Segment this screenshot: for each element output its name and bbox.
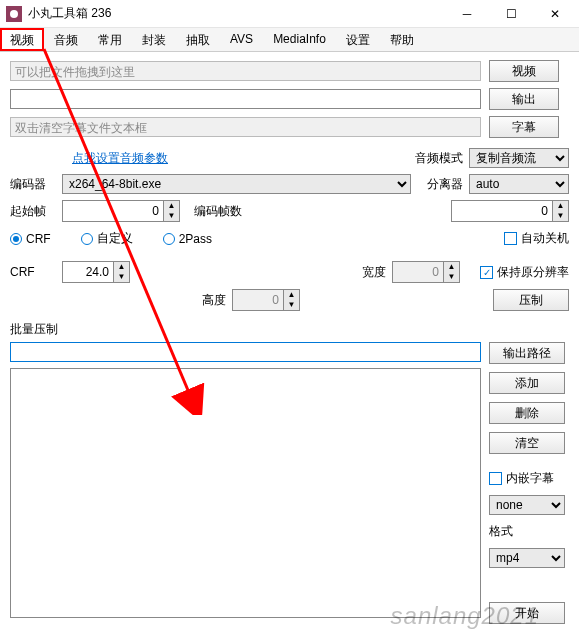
title-bar: 小丸工具箱 236 ─ ☐ ✕	[0, 0, 579, 28]
keepres-check[interactable]: ✓保持原分辨率	[480, 264, 569, 281]
delete-button[interactable]: 删除	[489, 402, 565, 424]
startframe-spinner[interactable]: ▲▼	[62, 200, 180, 222]
tab-video[interactable]: 视频	[0, 28, 44, 51]
crf-spinner[interactable]: ▲▼	[62, 261, 130, 283]
maximize-button[interactable]: ☐	[489, 0, 533, 28]
height-spinner: ▲▼	[232, 289, 300, 311]
tab-mediainfo[interactable]: MediaInfo	[263, 28, 336, 51]
tab-common[interactable]: 常用	[88, 28, 132, 51]
batch-path-input[interactable]	[10, 342, 481, 362]
subtitle-browse-button[interactable]: 字幕	[489, 116, 559, 138]
width-spinner: ▲▼	[392, 261, 460, 283]
encoder-label: 编码器	[10, 176, 56, 193]
tab-bar: 视频 音频 常用 封装 抽取 AVS MediaInfo 设置 帮助	[0, 28, 579, 52]
clear-button[interactable]: 清空	[489, 432, 565, 454]
tab-mux[interactable]: 封装	[132, 28, 176, 51]
outpath-button[interactable]: 输出路径	[489, 342, 565, 364]
width-label: 宽度	[362, 264, 386, 281]
video-path-input[interactable]: 可以把文件拖拽到这里	[10, 61, 481, 81]
tab-settings[interactable]: 设置	[336, 28, 380, 51]
autoshutdown-check[interactable]: 自动关机	[504, 230, 569, 247]
batch-list[interactable]	[10, 368, 481, 618]
height-label: 高度	[202, 292, 226, 309]
video-browse-button[interactable]: 视频	[489, 60, 559, 82]
tab-extract[interactable]: 抽取	[176, 28, 220, 51]
tab-audio[interactable]: 音频	[44, 28, 88, 51]
watermark: sanlang2021	[391, 602, 539, 630]
audio-settings-link[interactable]: 点我设置音频参数	[72, 150, 168, 167]
embedsub-check[interactable]: 内嵌字幕	[489, 470, 569, 487]
mode-custom-radio[interactable]: 自定义	[81, 230, 133, 247]
audiomode-select[interactable]: 复制音频流	[469, 148, 569, 168]
output-path-input[interactable]	[10, 89, 481, 109]
app-icon	[6, 6, 22, 22]
audiomode-label: 音频模式	[415, 150, 463, 167]
frames-label: 编码帧数	[186, 203, 242, 220]
output-browse-button[interactable]: 输出	[489, 88, 559, 110]
format-label: 格式	[489, 523, 569, 540]
mode-crf-radio[interactable]: CRF	[10, 232, 51, 246]
subtrack-select[interactable]: none	[489, 495, 565, 515]
batch-label: 批量压制	[10, 321, 569, 338]
subtitle-path-input[interactable]: 双击清空字幕文件文本框	[10, 117, 481, 137]
encoder-select[interactable]: x264_64-8bit.exe	[62, 174, 411, 194]
tab-help[interactable]: 帮助	[380, 28, 424, 51]
format-select[interactable]: mp4	[489, 548, 565, 568]
mode-2pass-radio[interactable]: 2Pass	[163, 232, 212, 246]
tab-avs[interactable]: AVS	[220, 28, 263, 51]
close-button[interactable]: ✕	[533, 0, 577, 28]
add-button[interactable]: 添加	[489, 372, 565, 394]
demuxer-select[interactable]: auto	[469, 174, 569, 194]
minimize-button[interactable]: ─	[445, 0, 489, 28]
crf-label: CRF	[10, 265, 56, 279]
startframe-label: 起始帧	[10, 203, 56, 220]
encode-button[interactable]: 压制	[493, 289, 569, 311]
demuxer-label: 分离器	[417, 176, 463, 193]
window-title: 小丸工具箱 236	[28, 5, 445, 22]
frames-spinner[interactable]: ▲▼	[451, 200, 569, 222]
